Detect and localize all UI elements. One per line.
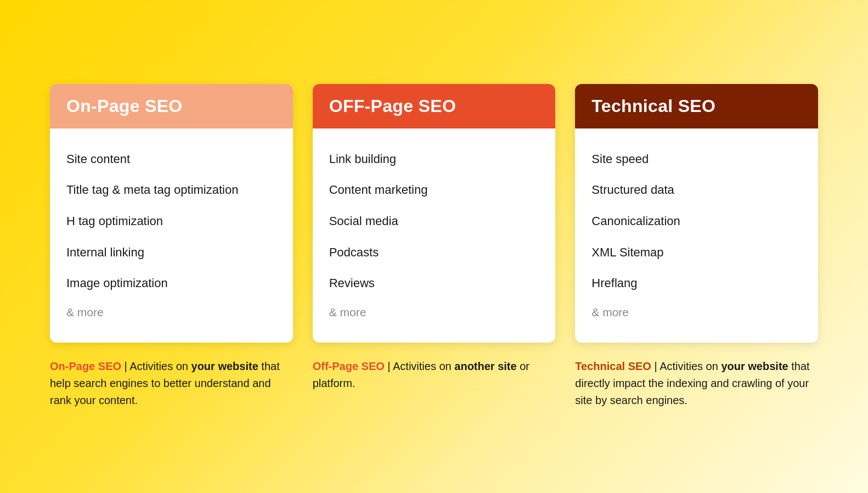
- list-item: Content marketing: [329, 175, 539, 206]
- list-item-more: & more: [66, 299, 277, 327]
- card-body-technical: Site speed Structured data Canonicalizat…: [575, 128, 818, 343]
- card-body-off-page: Link building Content marketing Social m…: [313, 128, 556, 343]
- list-item: Title tag & meta tag optimization: [66, 175, 277, 206]
- list-item: Social media: [329, 206, 539, 237]
- description-off-page: Off-Page SEO | Activities on another sit…: [313, 358, 556, 392]
- list-item: Canonicalization: [591, 206, 802, 237]
- bold-your-website: your website: [191, 360, 258, 372]
- list-item: H tag optimization: [66, 206, 277, 237]
- card-off-page: OFF-Page SEO Link building Content marke…: [313, 84, 556, 343]
- column-on-page: On-Page SEO Site content Title tag & met…: [50, 84, 293, 409]
- description-highlight-off-page: Off-Page SEO: [313, 360, 385, 372]
- description-on-page: On-Page SEO | Activities on your website…: [50, 358, 293, 409]
- list-item: Image optimization: [66, 268, 277, 299]
- bold-your-website-technical: your website: [721, 360, 788, 372]
- list-item: Hreflang: [591, 268, 802, 299]
- card-header-technical: Technical SEO: [575, 84, 818, 128]
- list-item: Link building: [329, 144, 539, 175]
- description-technical: Technical SEO | Activities on your websi…: [575, 358, 818, 409]
- column-off-page: OFF-Page SEO Link building Content marke…: [313, 84, 556, 392]
- description-divider-off-page: |: [385, 360, 393, 372]
- description-highlight-technical: Technical SEO: [575, 360, 651, 372]
- list-item: Internal linking: [66, 237, 277, 268]
- card-header-on-page: On-Page SEO: [50, 84, 293, 128]
- main-container: On-Page SEO Site content Title tag & met…: [50, 84, 818, 409]
- card-header-off-page: OFF-Page SEO: [313, 84, 556, 128]
- card-title-off-page: OFF-Page SEO: [329, 96, 539, 116]
- card-title-technical: Technical SEO: [591, 96, 802, 116]
- list-item: Structured data: [591, 175, 802, 206]
- list-item-more: & more: [591, 299, 802, 327]
- description-highlight-on-page: On-Page SEO: [50, 360, 121, 372]
- description-divider-technical: |: [651, 360, 660, 372]
- column-technical: Technical SEO Site speed Structured data…: [575, 84, 818, 409]
- description-divider-on-page: |: [121, 360, 129, 372]
- bold-another-site: another site: [454, 360, 516, 372]
- card-title-on-page: On-Page SEO: [66, 96, 277, 116]
- list-item: Reviews: [329, 268, 539, 299]
- list-item: Site speed: [591, 144, 802, 175]
- list-item: XML Sitemap: [591, 237, 802, 268]
- list-item: Site content: [66, 144, 277, 175]
- card-body-on-page: Site content Title tag & meta tag optimi…: [50, 128, 293, 343]
- card-on-page: On-Page SEO Site content Title tag & met…: [50, 84, 293, 343]
- list-item: Podcasts: [329, 237, 539, 268]
- list-item-more: & more: [329, 299, 539, 327]
- card-technical: Technical SEO Site speed Structured data…: [575, 84, 818, 343]
